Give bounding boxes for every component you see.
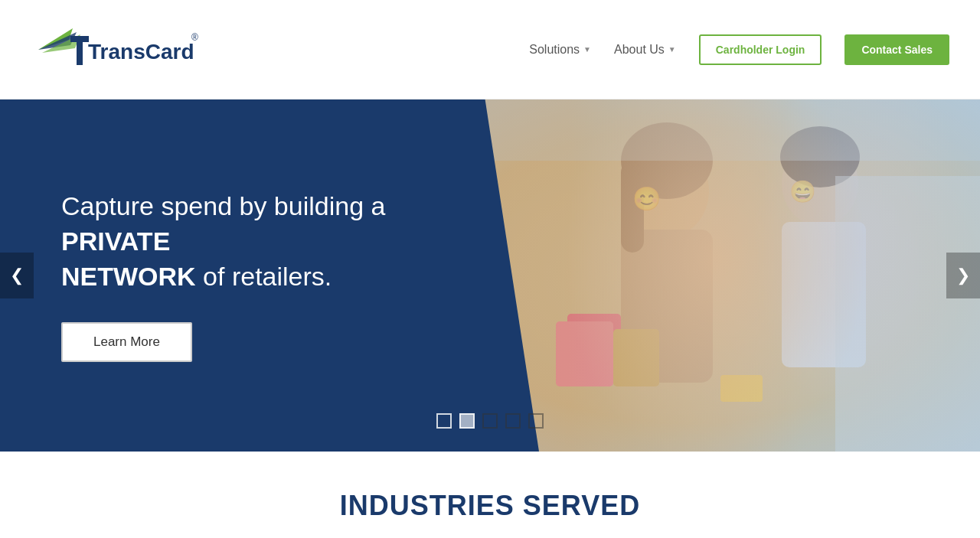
- cardholder-login-button[interactable]: Cardholder Login: [699, 34, 822, 65]
- slide-dot-3[interactable]: [482, 413, 498, 429]
- svg-rect-21: [835, 176, 980, 452]
- svg-rect-4: [70, 36, 89, 42]
- contact-sales-button[interactable]: Contact Sales: [844, 34, 949, 65]
- svg-rect-15: [613, 329, 659, 386]
- slider-dots: [436, 413, 544, 429]
- solutions-nav-link[interactable]: Solutions ▼: [529, 43, 591, 57]
- industries-section: INDUSTRIES SERVED: [0, 452, 980, 537]
- about-label: About Us: [614, 43, 665, 57]
- hero-headline: Capture spend by building a PRIVATENETWO…: [61, 189, 429, 295]
- hero-slider: Capture spend by building a PRIVATENETWO…: [0, 99, 980, 452]
- svg-text:😊: 😊: [632, 185, 662, 213]
- chevron-left-icon: ❮: [10, 266, 24, 285]
- slide-dot-5[interactable]: [528, 413, 544, 429]
- solutions-label: Solutions: [529, 43, 580, 57]
- hero-content-left: Capture spend by building a PRIVATENETWO…: [0, 99, 539, 452]
- chevron-right-icon: ❯: [956, 266, 970, 285]
- logo-area: TransCard ®: [31, 21, 199, 78]
- learn-more-button[interactable]: Learn More: [61, 322, 192, 362]
- svg-text:TransCard: TransCard: [88, 40, 194, 64]
- svg-text:😄: 😄: [789, 179, 816, 204]
- svg-rect-14: [556, 321, 613, 386]
- svg-rect-19: [720, 375, 763, 402]
- solutions-chevron-icon: ▼: [583, 45, 591, 54]
- svg-point-18: [780, 126, 860, 187]
- about-nav-link[interactable]: About Us ▼: [614, 43, 676, 57]
- svg-rect-17: [782, 222, 866, 367]
- svg-rect-12: [621, 161, 644, 253]
- svg-point-9: [625, 145, 709, 237]
- about-chevron-icon: ▼: [668, 45, 676, 54]
- slide-dot-4[interactable]: [505, 413, 521, 429]
- svg-point-11: [621, 122, 713, 199]
- slider-prev-button[interactable]: ❮: [0, 253, 34, 298]
- transcard-logo: TransCard ®: [31, 21, 199, 78]
- svg-rect-13: [567, 314, 621, 383]
- svg-rect-10: [621, 230, 713, 383]
- site-header: TransCard ® Solutions ▼ About Us ▼ Cardh…: [0, 0, 980, 99]
- slider-next-button[interactable]: ❯: [946, 253, 980, 298]
- industries-title: INDUSTRIES SERVED: [31, 490, 949, 522]
- svg-text:®: ®: [191, 32, 198, 43]
- main-nav: Solutions ▼ About Us ▼ Cardholder Login …: [529, 34, 949, 65]
- svg-point-16: [782, 142, 858, 226]
- slide-dot-2[interactable]: [459, 413, 475, 429]
- slide-dot-1[interactable]: [436, 413, 452, 429]
